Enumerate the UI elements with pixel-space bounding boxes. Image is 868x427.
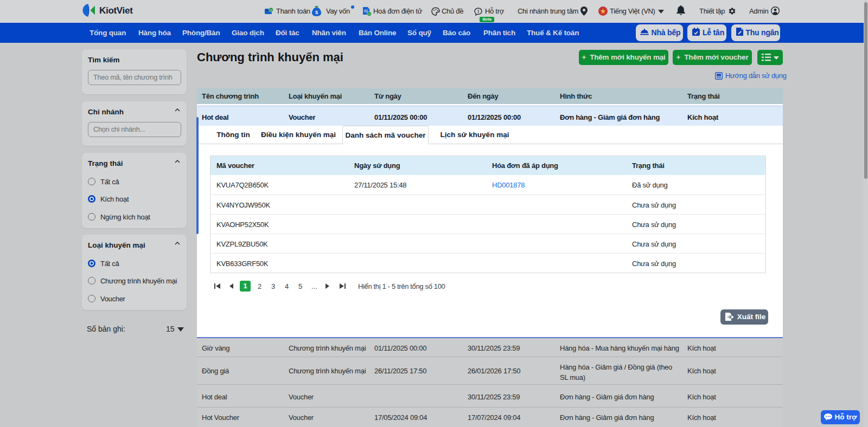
svg-text:!: ! — [477, 9, 479, 14]
